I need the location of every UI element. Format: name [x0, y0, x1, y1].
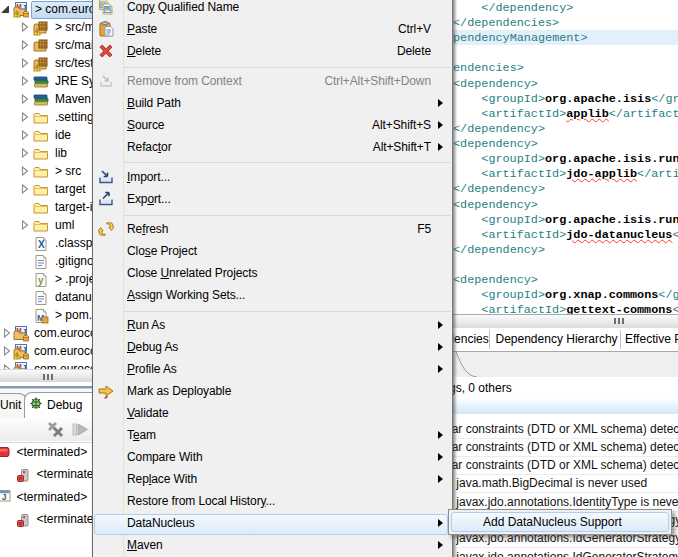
svg-text:X: X: [38, 239, 45, 250]
svg-text:J: J: [2, 492, 7, 502]
svg-text:y: y: [38, 275, 44, 286]
